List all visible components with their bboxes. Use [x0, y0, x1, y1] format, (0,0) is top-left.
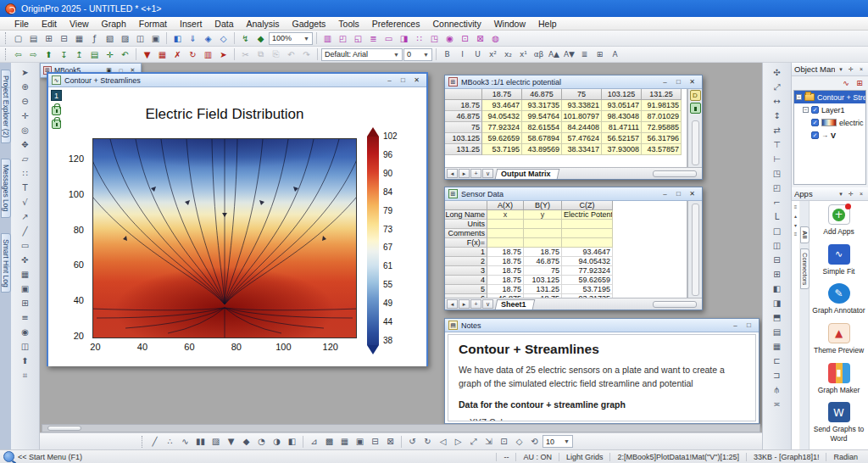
tree-item-contour-plot[interactable]: ✓ electric pot [794, 116, 865, 129]
data-selector[interactable]: ✥ [17, 137, 34, 152]
maximize-button[interactable]: □ [672, 77, 685, 87]
collapse-icon[interactable]: − [803, 107, 809, 113]
matrix-window[interactable]: ⊞ MBook3 :1/1 electric potential – □ ✕ 1… [444, 75, 703, 180]
tree-item-graph[interactable]: − Contour + Streamlines [794, 91, 865, 103]
reset-rotation[interactable]: ⟲ [527, 435, 542, 449]
log-scale[interactable]: ↕ [769, 109, 786, 123]
save-project[interactable]: ◈ [201, 31, 215, 45]
pin-icon[interactable]: ✛ [847, 191, 855, 198]
worksheet-cell[interactable] [487, 220, 524, 229]
matrix-cell[interactable]: 38.33417 [562, 144, 602, 155]
new-folder[interactable]: ▤ [26, 31, 41, 45]
chevron-down-icon[interactable]: ▾ [837, 66, 845, 73]
worksheet-cell[interactable]: Electric Potenti [562, 210, 613, 220]
scale-bar[interactable]: ⌗ [17, 368, 34, 382]
matrix-column-header[interactable]: 75 [562, 89, 602, 100]
font-larger[interactable]: A▲ [547, 47, 561, 61]
worksheet-cell[interactable]: 94.05432 [562, 257, 613, 266]
import-database[interactable]: ▥ [201, 47, 215, 61]
matrix-cell[interactable]: 93.31735 [522, 100, 562, 111]
matrix-column-header[interactable]: 46.875 [522, 89, 562, 100]
scatter-plot[interactable]: ∴ [163, 435, 177, 449]
add-color-scale[interactable]: ✣ [769, 65, 786, 80]
nav-sheet-list-icon[interactable]: ∨ [482, 299, 493, 309]
master-items[interactable]: ◆ [253, 31, 268, 45]
app-item[interactable]: Theme Preview [810, 323, 868, 355]
nav-add-sheet-icon[interactable]: + [470, 299, 481, 309]
close-button[interactable]: ✕ [686, 189, 698, 199]
north-arrow[interactable]: ⬆ [17, 354, 34, 368]
text-tool[interactable]: T [17, 181, 34, 195]
workspace-horizontal-scrollbar[interactable] [42, 424, 760, 432]
mask-range[interactable]: ▱ [17, 152, 34, 166]
notes-window-titlebar[interactable]: ▤ Notes – □ [445, 319, 759, 332]
add-top-x-axis[interactable]: ⊤ [769, 137, 786, 152]
graph-page[interactable]: 1 Electric Field Distribution [48, 87, 426, 366]
worksheet-cell[interactable] [562, 229, 613, 238]
app-item[interactable]: Graph Annotator [810, 283, 868, 315]
worksheet-row-header[interactable]: F(x)= [445, 238, 487, 248]
polyline-tool[interactable]: ✜ [17, 253, 34, 267]
matrix-cell[interactable]: 99.54764 [522, 111, 562, 122]
docked-panel-tab[interactable]: Project Explorer (2) [1, 70, 11, 143]
script-window[interactable]: ≣ [366, 31, 381, 45]
recalculate[interactable]: ↯ [238, 31, 253, 45]
worksheet-cell[interactable]: 18.75 [487, 266, 524, 276]
data-reader[interactable]: ◎ [17, 123, 34, 137]
worksheet-cell[interactable] [487, 229, 524, 238]
minimize-button[interactable]: – [659, 77, 671, 87]
apps-panel-toggle[interactable]: ◨ [397, 31, 411, 45]
rotate-cw[interactable]: ↻ [420, 435, 435, 449]
toolbar-grip[interactable] [5, 32, 8, 44]
insert-excel[interactable]: ⊞ [17, 296, 34, 310]
exchange-xy[interactable]: ⇄ [769, 123, 786, 137]
matrix-row-header[interactable]: 103.125 [445, 133, 482, 144]
arrange-layers[interactable]: ▤ [769, 325, 786, 339]
tree-view[interactable]: ∷ [412, 31, 426, 45]
docked-panel-tab[interactable]: Messages Log [1, 159, 11, 217]
print[interactable]: ▥ [320, 31, 335, 45]
nav-first-icon[interactable]: ◂ [447, 169, 458, 178]
worksheet-window[interactable]: ⊞ Sensor Data – □ ✕ A(X)B(Y)C(Z) [444, 187, 703, 310]
new-matrix[interactable]: ▦ [72, 31, 86, 45]
close-button[interactable]: ✕ [686, 77, 698, 87]
app-item[interactable]: Add Apps [810, 204, 868, 237]
worksheet-cell[interactable]: x [487, 210, 524, 220]
statistics-plot[interactable]: ⊟ [368, 435, 382, 449]
add-inset-data[interactable]: ◰ [769, 181, 786, 195]
layer-management[interactable]: ▦ [769, 339, 786, 354]
worksheet-cell[interactable]: 18.75 [524, 248, 562, 257]
worksheet-cell[interactable]: 93.4647 [562, 248, 613, 257]
menu-item[interactable]: Help [532, 18, 563, 30]
graph-window[interactable]: ∿ Contour + Streamlines – □ ✕ 1 Electric… [47, 72, 428, 366]
new-layout[interactable]: ◫ [133, 31, 147, 45]
worksheet-row-header[interactable]: 1 [445, 248, 487, 257]
perspective[interactable]: ◇ [512, 435, 526, 449]
matrix-window-titlebar[interactable]: ⊞ MBook3 :1/1 electric potential – □ ✕ [445, 75, 702, 89]
align[interactable]: ≣ [577, 47, 592, 61]
apps-tab-connectors[interactable]: Connectors [800, 248, 810, 289]
scroll-down[interactable]: ▾ [794, 222, 797, 228]
docked-panel-tab[interactable]: Smart Hint Log [1, 233, 11, 293]
draw-data[interactable]: ∷ [17, 166, 34, 181]
rotate-ccw[interactable]: ↺ [405, 435, 420, 449]
matrix-corner-cell[interactable] [445, 89, 482, 100]
worksheet-cell[interactable]: 18.75 [487, 285, 524, 294]
copy[interactable]: ⧉ [253, 47, 268, 61]
minimize-button[interactable]: – [383, 75, 396, 86]
vertical-scrollbar[interactable] [692, 120, 699, 165]
import-clone[interactable]: ➤ [216, 47, 231, 61]
new-graph[interactable]: ▧ [103, 31, 117, 45]
app-item[interactable]: Simple Fit [810, 244, 868, 276]
project-explorer-toggle[interactable]: ◰ [336, 31, 350, 45]
distribute-v[interactable]: ≍ [769, 397, 786, 411]
nav-last-icon[interactable]: ▸ [459, 169, 470, 178]
shrink-3d[interactable]: ⇲ [481, 435, 496, 449]
start-menu-search-icon[interactable] [3, 451, 14, 462]
apps-header[interactable]: Apps ▾ ✛ × [792, 187, 868, 201]
worksheet-cell[interactable] [487, 238, 524, 248]
matrix-cell[interactable]: 59.62659 [482, 133, 522, 144]
app-titlebar[interactable]: OriginPro 2025 - UNTITLED * <+1> [0, 0, 868, 17]
supersub[interactable]: x¹ [516, 47, 531, 61]
matrix-cell[interactable]: 93.4647 [482, 100, 522, 111]
